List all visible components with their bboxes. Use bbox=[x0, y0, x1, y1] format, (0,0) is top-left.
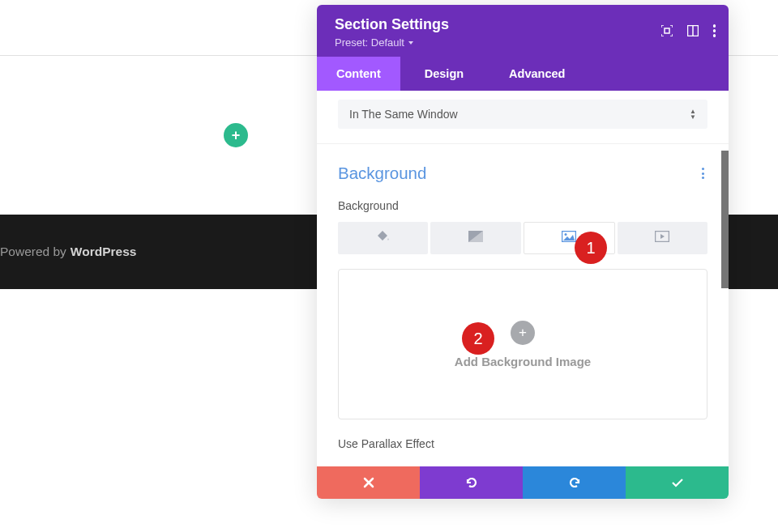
image-icon bbox=[562, 231, 576, 245]
more-options-icon[interactable] bbox=[713, 24, 716, 37]
modal-footer bbox=[317, 466, 729, 499]
tab-content[interactable]: Content bbox=[317, 57, 400, 91]
tab-advanced[interactable]: Advanced bbox=[489, 57, 584, 91]
preset-selector[interactable]: Preset: Default bbox=[335, 36, 711, 49]
header-toolbar bbox=[661, 24, 716, 37]
undo-icon bbox=[465, 476, 478, 489]
preset-label: Preset: Default bbox=[335, 36, 404, 49]
gradient-icon bbox=[468, 231, 483, 245]
section-title-row: Background bbox=[338, 164, 707, 183]
parallax-label: Use Parallax Effect bbox=[338, 437, 707, 450]
svg-point-5 bbox=[565, 233, 567, 236]
background-section-title: Background bbox=[338, 164, 426, 183]
background-image-tab[interactable] bbox=[524, 222, 615, 254]
section-settings-modal: Section Settings Preset: Default Content… bbox=[317, 5, 729, 499]
undo-button[interactable] bbox=[420, 466, 523, 499]
footer-prefix: Powered by bbox=[0, 245, 66, 259]
paint-bucket-icon bbox=[377, 230, 390, 246]
save-button[interactable] bbox=[626, 466, 729, 499]
footer-brand: WordPress bbox=[71, 245, 137, 259]
link-target-select[interactable]: In The Same Window ▲▼ bbox=[338, 100, 707, 129]
layout-icon[interactable] bbox=[687, 25, 699, 36]
modal-title: Section Settings bbox=[335, 16, 711, 33]
background-section: Background Background bbox=[317, 144, 729, 466]
background-video-tab[interactable] bbox=[618, 222, 707, 254]
add-image-text: Add Background Image bbox=[455, 355, 591, 368]
background-color-tab[interactable] bbox=[338, 222, 428, 254]
background-label: Background bbox=[338, 199, 707, 212]
add-section-button[interactable]: + bbox=[224, 123, 248, 147]
redo-icon bbox=[568, 476, 581, 489]
modal-body: In The Same Window ▲▼ Background Backgro… bbox=[317, 91, 729, 466]
background-gradient-tab[interactable] bbox=[430, 222, 520, 254]
background-image-dropzone[interactable]: + Add Background Image bbox=[338, 269, 707, 419]
select-value: In The Same Window bbox=[349, 108, 458, 121]
modal-header: Section Settings Preset: Default bbox=[317, 5, 729, 57]
video-icon bbox=[655, 231, 669, 245]
section-options-icon[interactable] bbox=[699, 168, 707, 179]
check-icon bbox=[671, 478, 684, 487]
settings-tabs: Content Design Advanced bbox=[317, 57, 729, 91]
svg-rect-0 bbox=[665, 28, 669, 33]
cancel-button[interactable] bbox=[317, 466, 420, 499]
close-icon bbox=[363, 477, 374, 488]
link-target-row: In The Same Window ▲▼ bbox=[317, 91, 729, 144]
redo-button[interactable] bbox=[523, 466, 626, 499]
add-image-button[interactable]: + bbox=[511, 321, 535, 345]
expand-icon[interactable] bbox=[661, 25, 673, 36]
tab-design[interactable]: Design bbox=[405, 57, 483, 91]
modal-scrollbar[interactable] bbox=[721, 151, 729, 288]
background-type-tabs bbox=[338, 222, 707, 254]
select-arrows-icon: ▲▼ bbox=[690, 109, 696, 120]
caret-down-icon bbox=[408, 41, 413, 45]
